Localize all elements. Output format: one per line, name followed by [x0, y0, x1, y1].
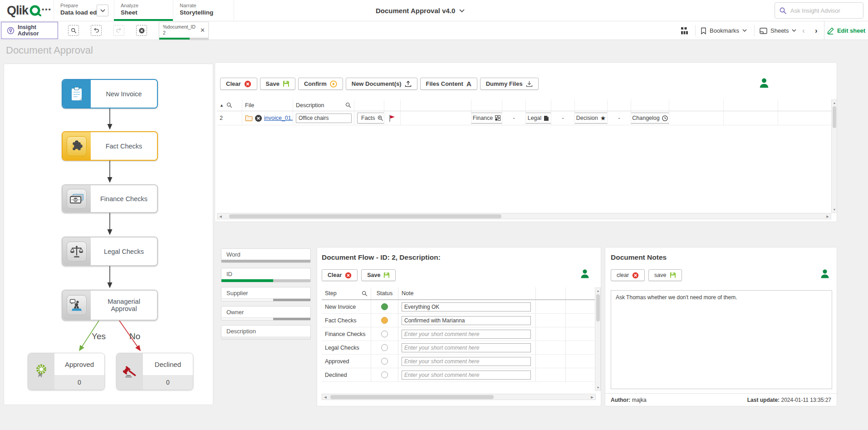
redo-selection-icon[interactable]	[113, 25, 124, 36]
clock-icon	[662, 115, 668, 121]
step-label: Finance Checks	[322, 327, 371, 341]
prepare-dropdown-button[interactable]	[97, 5, 108, 16]
note-input[interactable]	[402, 330, 531, 339]
undo-selection-icon[interactable]	[91, 25, 102, 36]
scroll-down-arrow[interactable]: ▼	[832, 207, 837, 213]
search-selections-icon[interactable]	[68, 25, 79, 36]
flow-node-managerial-approval[interactable]: Managerial Approval	[62, 290, 158, 321]
kpi-declined[interactable]: Declined 0	[116, 353, 193, 390]
save-button[interactable]: Save	[361, 269, 396, 281]
scrollbar-thumb[interactable]	[330, 395, 494, 399]
note-input[interactable]	[402, 302, 531, 311]
search-icon[interactable]	[345, 102, 351, 108]
save-note-button[interactable]: save	[648, 269, 682, 281]
sort-ascending-icon[interactable]: ▲	[220, 103, 224, 108]
scrollbar-thumb[interactable]	[833, 106, 836, 128]
flow-node-label: Managerial Approval	[91, 291, 157, 320]
nav-tab-narrate[interactable]: Narrate Storytelling	[173, 0, 234, 21]
scrollbar-thumb[interactable]	[229, 214, 501, 218]
dash-cell: -	[502, 111, 526, 125]
finance-button[interactable]: Finance	[471, 113, 502, 124]
nav-section-label: Narrate	[180, 3, 234, 9]
confirm-button[interactable]: Confirm	[298, 78, 343, 90]
filter-label: Word	[226, 251, 240, 258]
dummy-files-button[interactable]: Dummy Files	[480, 78, 539, 90]
more-menu-icon[interactable]: •••	[42, 5, 52, 13]
legal-button[interactable]: Legal	[526, 113, 551, 124]
scroll-right-arrow[interactable]: ▸	[589, 394, 595, 400]
filter-owner[interactable]: Owner	[221, 306, 311, 321]
status-dot	[381, 344, 388, 351]
flow-horizontal-scrollbar[interactable]: ◂ ▸	[322, 394, 596, 400]
files-content-button[interactable]: Files Content A	[420, 78, 477, 90]
note-input[interactable]	[402, 343, 531, 352]
nav-tab-prepare[interactable]: Prepare Data load editor	[54, 0, 114, 21]
sheets-menu[interactable]: Sheets	[760, 21, 796, 40]
active-tab-indicator	[114, 19, 173, 21]
kpi-approved[interactable]: Approved 0	[28, 353, 105, 390]
note-input[interactable]	[402, 371, 531, 380]
previous-sheet-button[interactable]: ‹	[802, 21, 805, 40]
scroll-down-arrow[interactable]: ▼	[595, 385, 601, 390]
next-sheet-button[interactable]: ›	[815, 21, 818, 40]
qlik-logo[interactable]: Qlik	[7, 4, 41, 18]
flow-vertical-scrollbar[interactable]: ▲ ▼	[595, 287, 601, 391]
insight-advisor-search-box[interactable]	[775, 2, 863, 19]
scroll-left-arrow[interactable]: ◂	[322, 394, 329, 400]
facts-button[interactable]: Facts	[357, 113, 384, 124]
filter-description[interactable]: Description	[221, 325, 311, 340]
filter-id[interactable]: ID	[221, 268, 311, 282]
decision-button[interactable]: Decision ★	[575, 113, 608, 124]
scrollbar-thumb[interactable]	[596, 294, 600, 321]
selection-chip-document-id[interactable]: %document_ID 2 ✕	[159, 22, 209, 40]
files-content-label: Files Content	[426, 80, 463, 87]
search-input[interactable]	[790, 7, 868, 14]
flow-node-label: Legal Checks	[91, 237, 157, 265]
scroll-right-arrow[interactable]: ▸	[824, 213, 831, 219]
download-icon	[526, 80, 533, 87]
bookmarks-menu[interactable]: Bookmarks	[701, 21, 747, 40]
notes-textarea[interactable]: Ask Thomas whether we don't need more of…	[611, 290, 832, 389]
confirm-button-label: Confirm	[304, 80, 327, 87]
app-objects-icon[interactable]	[681, 21, 688, 40]
clear-all-selections-icon[interactable]	[136, 25, 147, 36]
save-button[interactable]: Save	[260, 78, 295, 90]
documents-vertical-scrollbar[interactable]: ▲ ▼	[831, 99, 837, 213]
clear-button[interactable]: Clear	[220, 78, 257, 90]
scroll-left-arrow[interactable]: ◂	[217, 213, 224, 219]
note-input[interactable]	[402, 357, 531, 366]
flow-node-finance-checks[interactable]: $ Finance Checks	[62, 184, 158, 213]
flow-node-legal-checks[interactable]: Legal Checks	[62, 237, 158, 266]
step-label: Legal Checks	[322, 341, 371, 354]
note-input[interactable]	[402, 316, 531, 325]
column-header-description[interactable]: Description	[293, 99, 354, 111]
description-input[interactable]	[296, 114, 352, 123]
flow-node-fact-checks[interactable]: Fact Checks	[62, 131, 158, 161]
author-value: majka	[632, 397, 647, 403]
flag-icon[interactable]	[389, 114, 396, 122]
changelog-button[interactable]: Changelog	[631, 113, 669, 124]
search-icon[interactable]	[226, 102, 232, 108]
documents-horizontal-scrollbar[interactable]: ◂ ▸	[217, 213, 831, 219]
scroll-up-arrow[interactable]: ▲	[832, 100, 837, 106]
clear-button[interactable]: Clear	[322, 269, 358, 281]
pencil-icon	[827, 27, 834, 35]
nav-tab-analyze[interactable]: Analyze Sheet	[114, 0, 173, 21]
filter-word[interactable]: Word	[221, 248, 311, 263]
filter-supplier[interactable]: Supplier	[221, 287, 311, 301]
clear-note-button[interactable]: clear	[611, 269, 645, 281]
edit-sheet-label: Edit sheet	[837, 27, 865, 34]
insight-advisor-button[interactable]: Insight Advisor	[1, 22, 58, 39]
notes-footer: Author: majka Last update: 2024-01-11 13…	[605, 393, 837, 406]
remove-file-icon[interactable]	[255, 113, 262, 123]
scroll-up-arrow[interactable]: ▲	[595, 288, 601, 294]
close-icon[interactable]: ✕	[200, 27, 205, 34]
flow-node-new-invoice[interactable]: New Invoice	[62, 79, 158, 109]
folder-icon[interactable]	[245, 113, 253, 123]
new-documents-button[interactable]: New Document(s)	[346, 78, 417, 90]
search-icon[interactable]	[362, 291, 368, 297]
column-header-file[interactable]: File	[242, 99, 293, 111]
edit-sheet-button[interactable]: Edit sheet	[824, 21, 868, 40]
app-title-menu[interactable]: Document Approval v4.0	[376, 0, 465, 21]
file-link[interactable]: invoice_01.pdf	[264, 115, 293, 121]
